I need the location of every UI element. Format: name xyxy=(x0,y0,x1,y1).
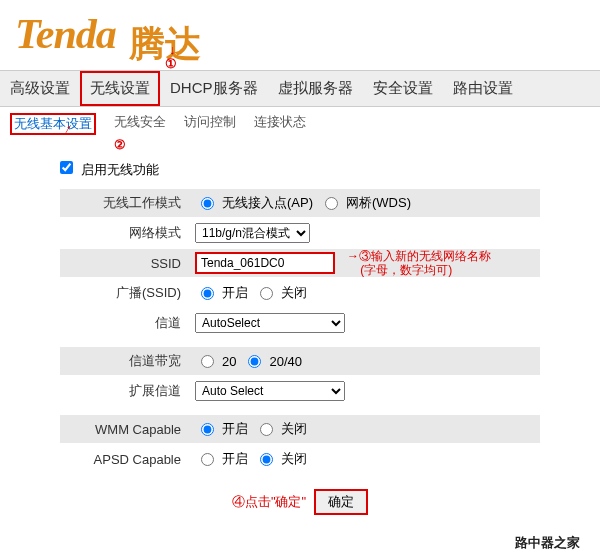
wmm-close-text: 关闭 xyxy=(281,420,307,438)
broadcast-open-radio[interactable] xyxy=(201,287,214,300)
annotation-1: ① xyxy=(165,56,177,71)
tab-dhcp[interactable]: DHCP服务器 xyxy=(160,71,268,106)
enable-wireless-checkbox[interactable] xyxy=(60,161,73,174)
wmm-close-radio[interactable] xyxy=(260,423,273,436)
tab-advanced[interactable]: 高级设置 xyxy=(0,71,80,106)
sub-nav: 无线基本设置 无线安全 访问控制 连接状态 ② xyxy=(0,107,600,141)
ssid-input[interactable] xyxy=(195,252,335,274)
bw-2040-radio[interactable] xyxy=(248,355,261,368)
wmm-open-text: 开启 xyxy=(222,420,248,438)
subtab-status[interactable]: 连接状态 xyxy=(254,113,306,135)
bandwidth-label: 信道带宽 xyxy=(60,352,195,370)
ssid-label: SSID xyxy=(60,256,195,271)
work-mode-wds-radio[interactable] xyxy=(325,197,338,210)
channel-select[interactable]: AutoSelect xyxy=(195,313,345,333)
subtab-access[interactable]: 访问控制 xyxy=(184,113,236,135)
net-mode-label: 网络模式 xyxy=(60,224,195,242)
apsd-close-radio[interactable] xyxy=(260,453,273,466)
ext-channel-select[interactable]: Auto Select xyxy=(195,381,345,401)
wmm-open-radio[interactable] xyxy=(201,423,214,436)
apsd-open-text: 开启 xyxy=(222,450,248,468)
bw-20-radio[interactable] xyxy=(201,355,214,368)
tab-wireless[interactable]: 无线设置 xyxy=(80,71,160,106)
enable-wireless-label: 启用无线功能 xyxy=(81,162,159,177)
tab-security[interactable]: 安全设置 xyxy=(363,71,443,106)
logo-en: Tenda xyxy=(15,11,116,57)
enable-wireless-row: 启用无线功能 xyxy=(60,161,540,179)
annotation-3: →③输入新的无线网络名称 (字母，数字均可) xyxy=(347,249,491,277)
logo-area: Tenda 腾达 ① xyxy=(0,0,600,70)
broadcast-label: 广播(SSID) xyxy=(60,284,195,302)
main-nav: 高级设置 无线设置 DHCP服务器 虚拟服务器 安全设置 路由设置 xyxy=(0,70,600,107)
broadcast-open-text: 开启 xyxy=(222,284,248,302)
ok-button[interactable]: 确定 xyxy=(314,489,368,515)
apsd-close-text: 关闭 xyxy=(281,450,307,468)
ext-channel-label: 扩展信道 xyxy=(60,382,195,400)
subtab-security[interactable]: 无线安全 xyxy=(114,113,166,135)
work-mode-ap-text: 无线接入点(AP) xyxy=(222,194,313,212)
subtab-basic[interactable]: 无线基本设置 xyxy=(10,113,96,135)
wmm-label: WMM Capable xyxy=(60,422,195,437)
broadcast-close-text: 关闭 xyxy=(281,284,307,302)
annotation-4: ④点击"确定" xyxy=(232,493,306,511)
net-mode-select[interactable]: 11b/g/n混合模式 xyxy=(195,223,310,243)
bw-2040-text: 20/40 xyxy=(269,354,302,369)
broadcast-close-radio[interactable] xyxy=(260,287,273,300)
apsd-open-radio[interactable] xyxy=(201,453,214,466)
work-mode-label: 无线工作模式 xyxy=(60,194,195,212)
apsd-label: APSD Capable xyxy=(60,452,195,467)
work-mode-wds-text: 网桥(WDS) xyxy=(346,194,411,212)
tab-routing[interactable]: 路由设置 xyxy=(443,71,523,106)
tab-virtual[interactable]: 虚拟服务器 xyxy=(268,71,363,106)
bw-20-text: 20 xyxy=(222,354,236,369)
bottom-actions: ④点击"确定" 确定 xyxy=(60,489,540,515)
work-mode-ap-radio[interactable] xyxy=(201,197,214,210)
channel-label: 信道 xyxy=(60,314,195,332)
content-panel: 启用无线功能 无线工作模式 无线接入点(AP) 网桥(WDS) 网络模式 11b… xyxy=(0,141,600,525)
annotation-2: ② xyxy=(114,137,126,152)
